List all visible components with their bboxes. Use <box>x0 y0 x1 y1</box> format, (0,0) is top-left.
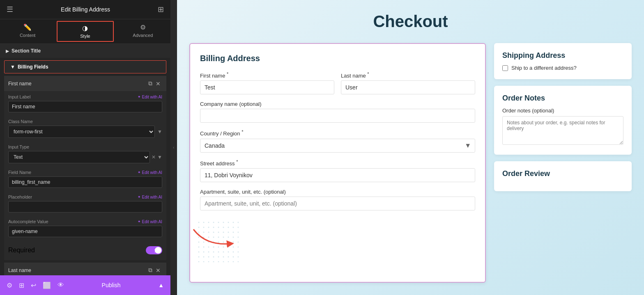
placeholder-input[interactable] <box>8 201 162 213</box>
order-notes-title: Order Notes <box>502 94 623 103</box>
class-name-expand-icon[interactable]: ▼ <box>157 129 162 135</box>
input-label-edit-ai[interactable]: Edit with AI <box>138 95 162 99</box>
country-select[interactable]: Canada <box>200 139 475 153</box>
placeholder-label: Placeholder Edit with AI <box>8 194 162 199</box>
section-title-arrow: ▶ <box>6 49 9 53</box>
class-name-label: Class Name <box>8 119 162 124</box>
input-label-row: Input Label Edit with AI <box>4 91 166 116</box>
billing-fields-label: Billing Fields <box>18 64 48 70</box>
chevron-up-icon[interactable]: ▲ <box>158 282 164 288</box>
panel-title: Edit Billing Address <box>13 6 158 13</box>
settings-icon[interactable]: ⚙ <box>7 281 12 289</box>
advanced-tab-icon: ⚙ <box>140 23 146 31</box>
field-name-label: Field Name Edit with AI <box>8 170 162 175</box>
class-name-select-row: form-row-first ▼ <box>8 126 162 138</box>
style-tab-label: Style <box>80 34 90 39</box>
country-label: Country / Region * <box>200 129 475 137</box>
checkout-body: Billing Address First name * Last name * <box>177 43 644 295</box>
last-name-input[interactable] <box>341 80 475 94</box>
autocomplete-row: Autocomplete Value Edit with AI <box>4 216 166 240</box>
autocomplete-edit-ai[interactable]: Edit with AI <box>138 220 162 224</box>
layers-icon[interactable]: ⊞ <box>19 281 24 289</box>
panel-header: ☰ Edit Billing Address ⊞ <box>0 0 170 19</box>
class-name-row: Class Name form-row-first ▼ <box>4 116 166 141</box>
left-panel: ☰ Edit Billing Address ⊞ ✏️ Content ◑ St… <box>0 0 170 295</box>
first-name-label: First name * <box>200 71 334 79</box>
section-title-header[interactable]: ▶ Section Title <box>0 44 170 58</box>
name-row: First name * Last name * <box>200 71 475 94</box>
autocomplete-input[interactable] <box>8 226 162 237</box>
company-input[interactable] <box>200 109 475 123</box>
last-name-delete-icon[interactable]: ✕ <box>154 266 162 274</box>
billing-section: Billing Address First name * Last name * <box>189 43 486 283</box>
order-notes-textarea[interactable] <box>502 116 623 145</box>
order-review-card: Order Review <box>494 161 632 191</box>
publish-button[interactable]: Publish <box>64 282 158 288</box>
notes-label: Order notes (optional) <box>502 107 623 114</box>
tab-advanced[interactable]: ⚙ Advanced <box>115 19 170 43</box>
preview-icon[interactable]: 👁 <box>58 281 64 289</box>
apartment-label: Apartment, suite, unit, etc. (optional) <box>200 189 475 195</box>
billing-title: Billing Address <box>200 54 475 63</box>
autocomplete-label: Autocomplete Value Edit with AI <box>8 219 162 224</box>
tab-style[interactable]: ◑ Style <box>57 21 113 42</box>
content-tab-icon: ✏️ <box>23 23 32 31</box>
street-field: Street address * <box>200 159 475 182</box>
right-sidebar: Shipping Address Ship to a different add… <box>494 43 632 283</box>
last-name-field-item: Last name ⧉ ✕ <box>4 263 166 275</box>
last-name-duplicate-icon[interactable]: ⧉ <box>147 266 154 274</box>
style-tab-icon: ◑ <box>82 24 88 32</box>
apartment-field: Apartment, suite, unit, etc. (optional) <box>200 189 475 210</box>
ship-label: Ship to a different address? <box>511 65 577 71</box>
ship-checkbox-row: Ship to a different address? <box>502 65 623 71</box>
required-label: Required <box>8 247 35 254</box>
shipping-card: Shipping Address Ship to a different add… <box>494 43 632 79</box>
first-name-field-item: First name ⧉ ✕ Input Label Edit with AI … <box>4 76 166 260</box>
section-title-label: Section Title <box>12 48 41 54</box>
field-name-row: Field Name Edit with AI <box>4 167 166 191</box>
billing-fields-arrow: ▼ <box>10 64 15 70</box>
delete-icon[interactable]: ✕ <box>154 80 162 88</box>
placeholder-row: Placeholder Edit with AI <box>4 191 166 216</box>
input-type-select-wrapper: Text ✕ ▼ <box>8 151 162 163</box>
country-select-wrapper: Canada ▼ <box>200 139 475 153</box>
last-name-field: Last name * <box>341 71 475 94</box>
history-icon[interactable]: ↩ <box>31 281 36 289</box>
required-toggle[interactable] <box>146 246 162 254</box>
bottom-bar-icons: ⚙ ⊞ ↩ ⬜ 👁 <box>7 281 64 289</box>
input-type-row: Input Type Text ✕ ▼ <box>4 141 166 167</box>
grid-icon[interactable]: ⊞ <box>158 5 164 14</box>
field-item-header: First name ⧉ ✕ <box>4 76 166 91</box>
field-name-edit-ai[interactable]: Edit with AI <box>138 170 162 175</box>
placeholder-edit-ai[interactable]: Edit with AI <box>138 195 162 199</box>
panel-content: ▶ Section Title ▼ Billing Fields First n… <box>0 44 170 275</box>
hamburger-icon[interactable]: ☰ <box>7 5 13 14</box>
input-type-chevron-icon[interactable]: ▼ <box>157 154 162 160</box>
field-name-input[interactable] <box>8 176 162 188</box>
billing-fields-header[interactable]: ▼ Billing Fields <box>4 60 166 73</box>
ship-checkbox[interactable] <box>502 65 508 71</box>
first-name-field: First name * <box>200 71 334 94</box>
apartment-input[interactable] <box>200 197 475 210</box>
bottom-bar: ⚙ ⊞ ↩ ⬜ 👁 Publish ▲ <box>0 275 170 295</box>
shipping-title: Shipping Address <box>502 51 623 60</box>
main-content: Checkout Billing Address First name * La… <box>177 0 644 295</box>
collapse-handle[interactable]: ‹ <box>170 0 177 295</box>
input-type-select[interactable]: Text <box>8 151 150 163</box>
street-input[interactable] <box>200 168 475 182</box>
content-tab-label: Content <box>20 33 36 38</box>
input-label-input[interactable] <box>8 101 162 112</box>
advanced-tab-label: Advanced <box>133 33 153 38</box>
street-label: Street address * <box>200 159 475 167</box>
tab-content[interactable]: ✏️ Content <box>0 19 55 43</box>
class-name-select[interactable]: form-row-first <box>8 126 155 138</box>
input-type-x-icon[interactable]: ✕ <box>152 154 156 160</box>
input-type-label: Input Type <box>8 144 162 149</box>
responsive-icon[interactable]: ⬜ <box>43 281 51 289</box>
duplicate-icon[interactable]: ⧉ <box>147 79 154 88</box>
last-name-label: Last name * <box>341 71 475 79</box>
first-name-input[interactable] <box>200 80 334 94</box>
required-row: Required <box>4 240 166 260</box>
input-label-label: Input Label Edit with AI <box>8 94 162 99</box>
panel-tabs: ✏️ Content ◑ Style ⚙ Advanced <box>0 19 170 44</box>
